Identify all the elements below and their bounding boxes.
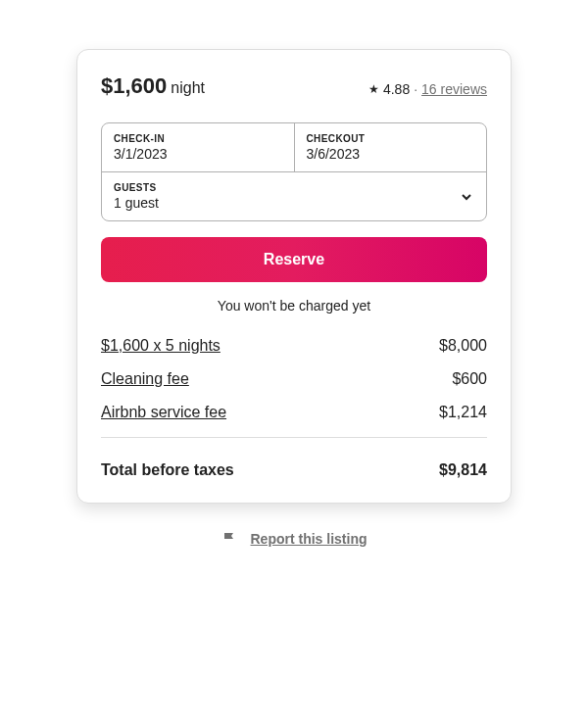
rating-score: 4.88 bbox=[383, 81, 410, 97]
checkout-label: CHECKOUT bbox=[307, 133, 475, 144]
guests-text: GUESTS 1 guest bbox=[114, 182, 159, 211]
price-unit: night bbox=[171, 79, 205, 97]
booking-inputs: CHECK-IN 3/1/2023 CHECKOUT 3/6/2023 GUES… bbox=[101, 122, 487, 221]
total-row: Total before taxes $9,814 bbox=[101, 461, 487, 479]
price-header: $1,600 night ★ 4.88 · 16 reviews bbox=[101, 73, 487, 99]
guests-value: 1 guest bbox=[114, 195, 159, 211]
line-item: Airbnb service fee $1,214 bbox=[101, 404, 487, 421]
checkout-field[interactable]: CHECKOUT 3/6/2023 bbox=[295, 123, 487, 171]
service-fee-label[interactable]: Airbnb service fee bbox=[101, 404, 226, 421]
checkin-value: 3/1/2023 bbox=[114, 146, 282, 162]
guests-field[interactable]: GUESTS 1 guest bbox=[102, 171, 486, 220]
checkin-label: CHECK-IN bbox=[114, 133, 282, 144]
cleaning-fee-value: $600 bbox=[452, 370, 487, 388]
nightly-rate-label[interactable]: $1,600 x 5 nights bbox=[101, 337, 220, 355]
guests-label: GUESTS bbox=[114, 182, 159, 193]
rating-block: ★ 4.88 · 16 reviews bbox=[368, 81, 487, 97]
total-value: $9,814 bbox=[439, 461, 487, 479]
service-fee-value: $1,214 bbox=[439, 404, 487, 421]
no-charge-text: You won't be charged yet bbox=[101, 298, 487, 314]
nightly-rate-value: $8,000 bbox=[439, 337, 487, 355]
dates-row: CHECK-IN 3/1/2023 CHECKOUT 3/6/2023 bbox=[102, 123, 486, 171]
star-icon: ★ bbox=[368, 82, 379, 96]
checkout-value: 3/6/2023 bbox=[307, 146, 475, 162]
price-amount: $1,600 bbox=[101, 73, 167, 99]
report-row: Report this listing bbox=[76, 531, 512, 547]
divider bbox=[101, 437, 487, 438]
cleaning-fee-label[interactable]: Cleaning fee bbox=[101, 370, 189, 388]
chevron-down-icon bbox=[459, 189, 474, 205]
line-item: $1,600 x 5 nights $8,000 bbox=[101, 337, 487, 355]
reviews-link[interactable]: 16 reviews bbox=[421, 81, 487, 97]
report-listing-link[interactable]: Report this listing bbox=[251, 531, 368, 547]
price-breakdown: $1,600 x 5 nights $8,000 Cleaning fee $6… bbox=[101, 337, 487, 421]
separator-dot: · bbox=[414, 81, 417, 97]
price-block: $1,600 night bbox=[101, 73, 205, 99]
checkin-field[interactable]: CHECK-IN 3/1/2023 bbox=[102, 123, 295, 171]
line-item: Cleaning fee $600 bbox=[101, 370, 487, 388]
reserve-button[interactable]: Reserve bbox=[101, 237, 487, 282]
booking-card: $1,600 night ★ 4.88 · 16 reviews CHECK-I… bbox=[76, 49, 512, 504]
flag-icon bbox=[221, 531, 237, 547]
total-label: Total before taxes bbox=[101, 461, 234, 479]
